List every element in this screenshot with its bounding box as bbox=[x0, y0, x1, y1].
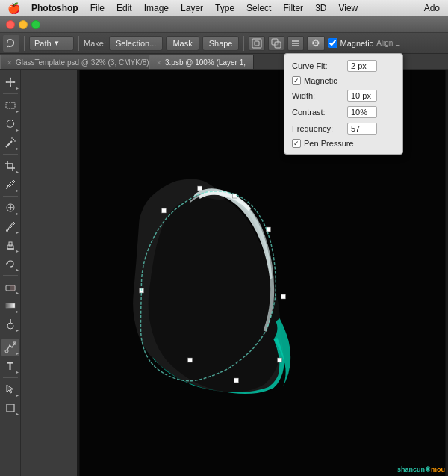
tool-sep-2 bbox=[3, 154, 18, 155]
text-tool-letter: T bbox=[7, 360, 13, 372]
gear-icon: ⚙ bbox=[311, 37, 320, 49]
lasso-tool-icon[interactable] bbox=[3, 35, 19, 52]
select-arrow-indicator: ▸ bbox=[16, 392, 19, 398]
magnetic-cb-box[interactable]: ✓ bbox=[292, 76, 301, 85]
pen-pressure-checkbox[interactable]: ✓ Pen Pressure bbox=[292, 139, 354, 148]
svg-line-16 bbox=[13, 139, 14, 140]
frequency-value[interactable]: 57 bbox=[347, 123, 377, 135]
contrast-value[interactable]: 10% bbox=[347, 106, 377, 118]
pen-pressure-cb-box[interactable]: ✓ bbox=[292, 139, 301, 148]
tool-move[interactable]: ▸ bbox=[1, 73, 19, 91]
svg-point-22 bbox=[6, 188, 7, 189]
watermark: shancun❋mou bbox=[397, 466, 445, 473]
menu-view[interactable]: View bbox=[333, 1, 363, 15]
menu-type[interactable]: Type bbox=[210, 1, 240, 15]
tab-label-1: 3.psb @ 100% (Layer 1, bbox=[165, 58, 246, 67]
path-ops-button[interactable] bbox=[268, 36, 284, 51]
width-value[interactable]: 10 px bbox=[347, 90, 377, 102]
curve-fit-label: Curve Fit: bbox=[292, 61, 344, 70]
text-arrow: ▸ bbox=[16, 369, 19, 374]
tool-heal[interactable]: ▸ bbox=[1, 199, 19, 217]
gradient-arrow: ▸ bbox=[16, 309, 19, 314]
selection-button[interactable]: Selection... bbox=[109, 36, 163, 51]
stamp-arrow: ▸ bbox=[16, 248, 19, 253]
tab-close-icon-0[interactable]: ✕ bbox=[7, 59, 13, 67]
menu-layer[interactable]: Layer bbox=[175, 1, 208, 15]
tool-text[interactable]: T ▸ bbox=[1, 357, 19, 375]
watermark-text1: shancun bbox=[397, 466, 425, 473]
add-node-button[interactable] bbox=[249, 36, 265, 51]
tool-eraser[interactable]: ▸ bbox=[1, 278, 19, 296]
svg-point-34 bbox=[7, 323, 13, 329]
close-button[interactable] bbox=[6, 20, 15, 29]
make-label: Make: bbox=[84, 39, 106, 48]
contrast-row: Contrast: 10% bbox=[292, 106, 395, 118]
magnetic-label: Magnetic bbox=[340, 39, 373, 48]
contrast-label: Contrast: bbox=[292, 108, 344, 117]
tool-history[interactable]: ▸ bbox=[1, 255, 19, 273]
magnetic-checkbox[interactable]: Magnetic bbox=[328, 38, 373, 48]
svg-rect-42 bbox=[278, 358, 282, 362]
options-bar: Path ▾ Make: Selection... Mask Shape ⚙ M… bbox=[0, 33, 448, 54]
menu-title-right: Ado bbox=[419, 1, 445, 15]
svg-rect-32 bbox=[10, 285, 15, 291]
tab-close-icon-1[interactable]: ✕ bbox=[156, 59, 162, 67]
align-button[interactable] bbox=[287, 36, 304, 51]
tool-select-arrow[interactable]: ▸ bbox=[1, 380, 19, 398]
magnetic-popup-label: Magnetic bbox=[304, 76, 337, 85]
tool-brush[interactable]: ▸ bbox=[1, 217, 19, 235]
tool-shape[interactable]: ▸ bbox=[1, 399, 19, 417]
divider2 bbox=[78, 36, 79, 51]
tool-pen[interactable]: ▸ bbox=[1, 339, 19, 356]
svg-point-26 bbox=[6, 229, 8, 232]
curve-fit-row: Curve Fit: 2 px bbox=[292, 60, 395, 72]
apple-menu[interactable]: 🍎 bbox=[3, 2, 25, 14]
gear-settings-button[interactable]: ⚙ bbox=[307, 36, 325, 51]
menu-filter[interactable]: Filter bbox=[278, 1, 308, 15]
curve-fit-value[interactable]: 2 px bbox=[347, 60, 377, 72]
tab-1[interactable]: ✕ 3.psb @ 100% (Layer 1, bbox=[149, 55, 254, 69]
menu-select[interactable]: Select bbox=[241, 1, 276, 15]
tool-dodge[interactable]: ▸ bbox=[1, 315, 19, 333]
tool-crop[interactable]: ▸ bbox=[1, 157, 19, 175]
heal-arrow: ▸ bbox=[16, 211, 19, 216]
tool-marquee[interactable]: ▸ bbox=[1, 96, 19, 114]
maximize-button[interactable] bbox=[31, 20, 40, 29]
tool-sep-1 bbox=[3, 93, 18, 94]
width-row: Width: 10 px bbox=[292, 90, 395, 102]
menu-3d[interactable]: 3D bbox=[310, 1, 332, 15]
menu-edit[interactable]: Edit bbox=[111, 1, 137, 15]
brush-arrow: ▸ bbox=[16, 229, 19, 235]
svg-rect-33 bbox=[6, 303, 15, 308]
watermark-domain: mou bbox=[431, 466, 445, 473]
watermark-dot: ❋ bbox=[425, 466, 431, 473]
minimize-button[interactable] bbox=[19, 20, 28, 29]
tool-sep-6 bbox=[3, 377, 18, 378]
wand-arrow: ▸ bbox=[16, 146, 19, 151]
menu-image[interactable]: Image bbox=[139, 1, 174, 15]
tool-stamp[interactable]: ▸ bbox=[1, 236, 19, 254]
tool-eyedropper[interactable]: ▸ bbox=[1, 176, 19, 194]
divider3 bbox=[243, 36, 244, 51]
divider1 bbox=[24, 36, 25, 51]
path-dropdown[interactable]: Path ▾ bbox=[29, 36, 74, 51]
magnetic-check-input[interactable] bbox=[328, 38, 337, 48]
tool-gradient[interactable]: ▸ bbox=[1, 297, 19, 315]
tab-0[interactable]: ✕ GlassTemplate.psd @ 32% (3, CMYK/8) * bbox=[0, 55, 149, 69]
svg-rect-4 bbox=[275, 42, 281, 48]
frequency-row: Frequency: 57 bbox=[292, 123, 395, 135]
magnetic-popup-checkbox[interactable]: ✓ Magnetic bbox=[292, 76, 337, 85]
svg-rect-43 bbox=[281, 294, 286, 299]
align-edges-label: Align E bbox=[376, 39, 400, 47]
tool-lasso[interactable]: ▸ bbox=[1, 115, 19, 133]
svg-rect-12 bbox=[6, 102, 15, 108]
menu-photoshop[interactable]: Photoshop bbox=[26, 1, 84, 15]
shape-button[interactable]: Shape bbox=[202, 36, 240, 51]
mask-button[interactable]: Mask bbox=[166, 36, 199, 51]
tool-panel: ▸ ▸ ▸ ▸ ▸ ▸ ▸ bbox=[0, 70, 21, 476]
dodge-arrow: ▸ bbox=[16, 327, 19, 333]
shape-arrow: ▸ bbox=[16, 411, 19, 416]
menu-file[interactable]: File bbox=[85, 1, 110, 15]
tool-magic-wand[interactable]: ▸ bbox=[1, 134, 19, 152]
traffic-lights bbox=[0, 17, 46, 32]
